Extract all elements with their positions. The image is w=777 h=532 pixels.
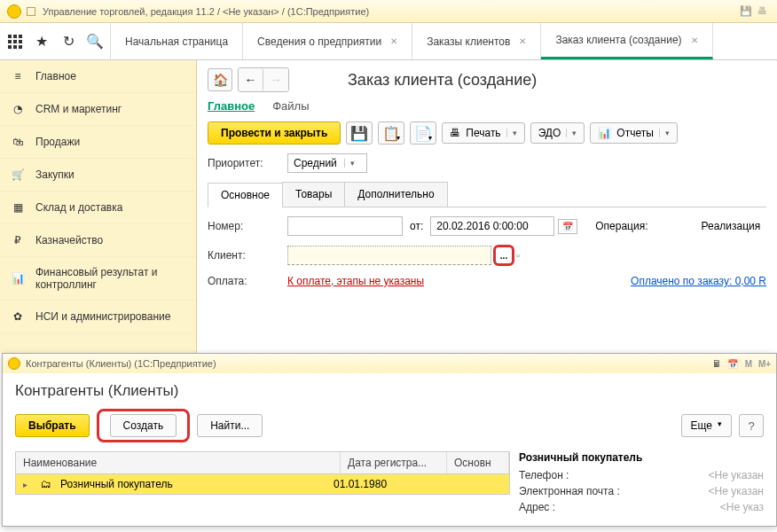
back-button[interactable]: ← xyxy=(239,68,263,91)
window2-title: Контрагенты (Клиенты) (1С:Предприятие) xyxy=(26,358,216,369)
detail-email: Электронная почта : <Не указан xyxy=(519,485,764,497)
content-nav: 🏠 ← → Заказ клиента (создание) xyxy=(208,67,766,92)
priority-row: Приоритет: Средний▾ xyxy=(208,153,766,173)
save-icon[interactable]: 💾 xyxy=(740,5,752,18)
expand-icon[interactable]: ▸ xyxy=(23,480,35,489)
print-icon[interactable]: 🖶 xyxy=(757,5,770,18)
payment-label: Оплата: xyxy=(208,275,287,287)
tab-order-create[interactable]: Заказ клиента (создание)✕ xyxy=(541,23,712,59)
col-date[interactable]: Дата регистра... xyxy=(341,452,447,473)
reports-button[interactable]: 📊Отчеты▾ xyxy=(590,122,677,144)
formtab-extra[interactable]: Дополнительно xyxy=(344,182,447,207)
svg-rect-0 xyxy=(8,35,12,38)
number-label: Номер: xyxy=(208,220,287,232)
sidebar-item-finance[interactable]: 📊Финансовый результат и контроллинг xyxy=(0,257,196,301)
client-extra-icon[interactable]: ▫ xyxy=(516,250,520,261)
svg-rect-7 xyxy=(13,45,17,49)
client-label: Клиент: xyxy=(208,249,287,262)
home-button[interactable]: 🏠 xyxy=(208,68,232,91)
sidebar-item-admin[interactable]: ✿НСИ и администрирование xyxy=(0,301,196,333)
close-icon[interactable]: ✕ xyxy=(691,35,698,45)
select-button[interactable]: Выбрать xyxy=(15,414,90,437)
create-button[interactable]: Создать xyxy=(110,414,177,437)
m-minus-icon[interactable]: M xyxy=(742,357,755,370)
star-icon[interactable]: ★ xyxy=(34,34,50,50)
svg-rect-4 xyxy=(13,40,17,43)
window-title: Управление торговлей, редакция 11.2 / <Н… xyxy=(43,6,369,17)
calc-icon[interactable]: 🖩 xyxy=(710,357,723,370)
form-tabs: Основное Товары Дополнительно xyxy=(208,182,766,207)
history-icon[interactable]: ↻ xyxy=(60,34,76,50)
print-button[interactable]: 🖶 Печать▾ xyxy=(442,122,524,144)
save-button[interactable]: 💾 xyxy=(346,121,373,145)
priority-select[interactable]: Средний▾ xyxy=(287,153,367,173)
table-header: Наименование Дата регистра... Основн xyxy=(16,452,509,474)
payment-link[interactable]: К оплате, этапы не указаны xyxy=(287,275,424,287)
client-input[interactable] xyxy=(287,246,491,265)
app-menu-dropdown[interactable] xyxy=(27,7,35,16)
col-base[interactable]: Основн xyxy=(447,452,509,473)
svg-rect-1 xyxy=(13,35,17,38)
window2-toolbar: Выбрать Создать Найти... Еще▾ ? xyxy=(3,400,776,451)
app-logo-icon xyxy=(8,357,20,370)
help-button[interactable]: ? xyxy=(739,414,764,437)
close-icon[interactable]: ✕ xyxy=(390,36,397,46)
subtab-main[interactable]: Главное xyxy=(208,99,255,113)
operation-value: Реализация xyxy=(702,220,761,232)
formtab-main[interactable]: Основное xyxy=(208,183,283,207)
edo-button[interactable]: ЭДО▾ xyxy=(530,122,585,144)
date-input[interactable] xyxy=(430,216,554,236)
post-close-button[interactable]: Провести и закрыть xyxy=(208,121,341,145)
calendar-icon[interactable]: 📅 xyxy=(726,357,739,370)
m-plus-icon[interactable]: M+ xyxy=(758,357,771,370)
detail-address: Адрес : <Не указ xyxy=(519,501,764,513)
tab-client-orders[interactable]: Заказы клиентов✕ xyxy=(412,23,541,59)
number-input[interactable] xyxy=(287,216,403,236)
page-title: Заказ клиента (создание) xyxy=(348,71,537,90)
tab-company-info[interactable]: Сведения о предприятии✕ xyxy=(243,23,412,59)
sidebar-item-crm[interactable]: ◔CRM и маркетинг xyxy=(0,93,196,126)
menu-icon: ≡ xyxy=(11,69,25,83)
window2-body: Наименование Дата регистра... Основн ▸ 🗂… xyxy=(3,451,776,526)
svg-rect-8 xyxy=(19,45,22,49)
post-button[interactable]: 📋▾ xyxy=(378,121,404,145)
sidebar-item-sales[interactable]: 🛍Продажи xyxy=(0,126,196,159)
grid-icon: ▦ xyxy=(11,200,25,215)
piechart-icon: ◔ xyxy=(11,102,25,116)
sidebar-item-warehouse[interactable]: ▦Склад и доставка xyxy=(0,192,196,224)
close-icon[interactable]: ✕ xyxy=(519,36,526,46)
cell-name: Розничный покупатель xyxy=(60,478,334,490)
number-row: Номер: от: 📅 Операция: Реализация xyxy=(208,216,766,236)
sidebar-item-main[interactable]: ≡Главное xyxy=(0,60,196,93)
tab-bar: ★ ↻ 🔍 Начальная страница Сведения о пред… xyxy=(0,23,777,60)
find-button[interactable]: Найти... xyxy=(197,414,263,437)
sidebar-item-purchases[interactable]: 🛒Закупки xyxy=(0,159,196,192)
contragents-table: Наименование Дата регистра... Основн ▸ 🗂… xyxy=(15,451,510,495)
table-row[interactable]: ▸ 🗂 Розничный покупатель 01.01.1980 xyxy=(16,474,509,494)
svg-rect-2 xyxy=(19,35,22,38)
subtab-files[interactable]: Файлы xyxy=(272,99,309,113)
create-based-button[interactable]: 📄▾ xyxy=(410,121,436,145)
app-logo-icon xyxy=(7,4,21,19)
window2-heading: Контрагенты (Клиенты) xyxy=(3,373,776,400)
main-area: ≡Главное ◔CRM и маркетинг 🛍Продажи 🛒Заку… xyxy=(0,60,777,353)
col-name[interactable]: Наименование xyxy=(16,452,341,473)
detail-title: Розничный покупатель xyxy=(519,451,764,464)
apps-icon[interactable] xyxy=(7,34,23,50)
sidebar-item-treasury[interactable]: ₽Казначейство xyxy=(0,224,196,257)
client-lookup-button[interactable]: ... xyxy=(493,245,514,266)
paid-link[interactable]: Оплачено по заказу: 0,00 R xyxy=(631,275,766,287)
payment-row: Оплата: К оплате, этапы не указаны Оплач… xyxy=(208,275,766,287)
tab-home[interactable]: Начальная страница xyxy=(111,23,243,59)
forward-button[interactable]: → xyxy=(263,68,288,91)
operation-label: Операция: xyxy=(595,220,648,232)
formtab-goods[interactable]: Товары xyxy=(282,182,345,207)
window2-titlebar: Контрагенты (Клиенты) (1С:Предприятие) 🖩… xyxy=(3,354,776,373)
svg-rect-5 xyxy=(19,40,22,43)
cart-icon: 🛒 xyxy=(11,168,25,182)
calendar-icon[interactable]: 📅 xyxy=(558,219,577,234)
item-icon: 🗂 xyxy=(41,478,55,490)
more-button[interactable]: Еще▾ xyxy=(681,414,732,437)
search-icon[interactable]: 🔍 xyxy=(87,34,103,50)
detail-phone: Телефон : <Не указан xyxy=(519,469,764,481)
